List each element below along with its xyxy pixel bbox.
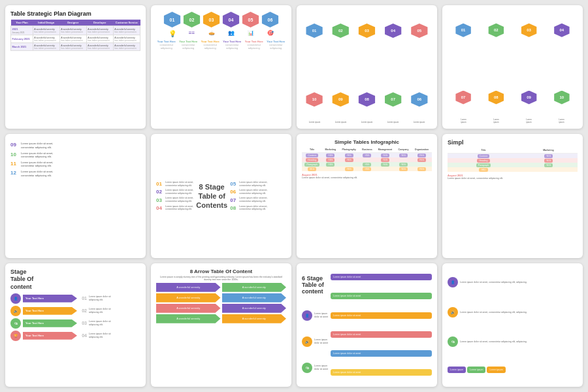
stage-row-8: 08 Lorem ipsum dolor sit amet,consectetu… <box>230 205 267 211</box>
slide7-title: Simple Tables Infographic <box>302 139 432 145</box>
slide-6stage-table: 6 StageTable ofcontent 👤 Lorem ipsumdolo… <box>297 263 437 387</box>
arrow-big-8: A wonderful serenity <box>222 314 287 323</box>
hex3-9: 09 <box>331 92 350 106</box>
stage-row-5: 05 Lorem ipsum dolor sit amet,consectetu… <box>230 181 267 187</box>
hex-labels: Your Text Hereconsectetur adipiscing You… <box>156 40 286 50</box>
arrow-big-2: A wonderful serenity <box>222 283 287 292</box>
hex3-7: 07 <box>384 92 402 106</box>
col-customer: Customer Service <box>113 20 140 26</box>
table-row: SKU YES YES YES YES <box>302 167 432 171</box>
circle-icon-1: 👤 <box>10 293 21 304</box>
table-row: Heading YES <box>448 158 578 163</box>
arrow-4: Your Text Here <box>23 332 77 340</box>
hex3-1: 01 <box>305 24 323 38</box>
table-header: Title Marketing Photography Business Man… <box>302 147 432 153</box>
info-table-partial: Title Marketing Content YES Heading YES … <box>448 148 578 172</box>
slide-8stage-table: 01 Lorem ipsum dolor sit amet,consectetu… <box>151 134 291 257</box>
hex3-4: 04 <box>384 24 402 38</box>
col-developer: Developer <box>86 20 113 26</box>
chip-2: Lorem ipsum dolor sit amet <box>331 293 432 299</box>
slide-simple-partial: Simpl Title Marketing Content YES Headin… <box>442 134 583 257</box>
stage-right: 05 Lorem ipsum dolor sit amet,consectetu… <box>230 181 267 210</box>
arrow-big-1: A wonderful serenity <box>156 283 221 292</box>
stage-center-title: 8 StageTable ofContents <box>195 182 228 210</box>
slide-strategic-plan: Table Strategic Plan Diagram Your Plan I… <box>5 5 146 129</box>
table-subtext: Lorem ipsum dolor sit amet, consectetur … <box>302 176 432 179</box>
slide12-item-3: 🛍 Lorem ipsum dolor sit amet, consectetu… <box>448 336 578 347</box>
slide8-subtext: Lorem ipsum dolor sit amet, consectetur … <box>448 177 578 180</box>
hex4-8: 08 <box>487 91 504 105</box>
chip-4: Lorem ipsum dolor sit amet <box>331 331 432 338</box>
arrow-list: 👤 Your Text Here 01 Lorem ipsum dolor si… <box>10 293 140 343</box>
stage-left: 01 Lorem ipsum dolor sit amet,consectetu… <box>156 181 193 210</box>
circle-icon-4: 🏆 <box>10 331 21 341</box>
hex3-5: 05 <box>410 24 429 38</box>
hex4-7: 07 <box>455 91 472 105</box>
slide12-item-1: 👤 Lorem ipsum dolor sit amet, consectetu… <box>448 277 578 287</box>
stage6-left: 6 StageTable ofcontent 👤 Lorem ipsumdolo… <box>302 269 328 382</box>
stage-row-3: 03 Lorem ipsum dolor sit amet,consectetu… <box>156 197 193 203</box>
slide-hexagon: 01 02 03 04 05 06 💡 ≡≡ 🥧 👥 📊 🎯 Your Text… <box>151 5 291 129</box>
table-row: Content YES YES YES YES YES YES <box>302 153 432 158</box>
plan-table: Your Plan Initial Design Designer Develo… <box>10 20 140 51</box>
stage6-item-3: 🛍 Lorem ipsumdolor sit amet <box>302 363 328 373</box>
arrow-big-7: A wonderful serenity <box>156 314 221 323</box>
hex-3: 03 <box>203 12 221 27</box>
table-row: March 2021 A wonderful serenityhas taken… <box>11 43 140 51</box>
stage-row-2: 02 Lorem ipsum dolor sit amet,consectetu… <box>156 189 193 195</box>
chip-1: Lorem ipsum dolor sit amet <box>331 274 432 280</box>
arrow-big-4: A wonderful serenity <box>222 293 287 302</box>
hex-row-top: 01 02 03 04 05 06 <box>156 12 286 27</box>
arrow-2: Your Text Here <box>23 307 77 315</box>
list-item: 12 Lorem ipsum dolor sit amet,consectetu… <box>10 170 140 176</box>
circle-12-1: 👤 <box>448 277 458 287</box>
circle-12-2: 🔊 <box>448 307 458 318</box>
hex-1: 01 <box>163 12 182 27</box>
arrow-1: Your Text Here <box>23 295 77 302</box>
table-row: Paragraph YES <box>448 163 578 167</box>
slide-stage-arrow-partial: StageTable Ofcontent 👤 Your Text Here 01… <box>5 263 146 387</box>
hex4-4: 04 <box>553 24 570 37</box>
slide-contents-list: 09 Lorem ipsum dolor sit amet,consectetu… <box>5 134 146 257</box>
stage-row-4: 04 Lorem ipsum dolor sit amet,consectetu… <box>156 205 193 211</box>
table-row: Heading YES YES YES YES <box>302 157 432 162</box>
table-row: February 2021 A wonderful serenityhas ta… <box>11 35 140 43</box>
slide12-text-3: Lorem ipsum dolor sit amet, consectetur … <box>460 340 527 343</box>
circle-12-3: 🛍 <box>448 336 458 347</box>
hex-5: 05 <box>242 12 260 27</box>
table-row: SKU <box>448 167 578 172</box>
stage-row-1: 01 Lorem ipsum dolor sit amet,consectetu… <box>156 181 193 187</box>
slide8-title: Simpl <box>448 139 578 146</box>
slide9-title: StageTable Ofcontent <box>10 269 140 291</box>
hex3-2: 02 <box>331 24 350 38</box>
stage6-item-2: 🔊 Lorem ipsumdolor sit amet <box>302 336 328 347</box>
slide-8arrow-table: 8 Arrow Table Of Content Lorem ipsum is … <box>151 263 291 387</box>
hex3-8: 08 <box>357 92 376 106</box>
chip-12-3: Lorem ipsum <box>487 367 505 373</box>
circle-icon-3: 🛍 <box>10 318 21 329</box>
chip-6: Lorem ipsum dolor sit amet <box>331 369 432 376</box>
stage6-circle-2: 🔊 <box>302 336 312 347</box>
circle-icon-2: 🔊 <box>10 306 21 316</box>
arrow-big-6: A wonderful serenity <box>222 304 287 313</box>
slide1-title: Table Strategic Plan Diagram <box>10 10 140 17</box>
hex4-3: 03 <box>521 24 538 37</box>
table-header: Title Marketing <box>448 148 578 154</box>
col-your-plan: Your Plan <box>11 20 33 26</box>
chip-12-1: Lorem ipsum <box>448 367 466 373</box>
stage-row-7: 07 Lorem ipsum dolor sit amet,consectetu… <box>230 197 267 203</box>
stage-row-6: 06 Lorem ipsum dolor sit amet,consectetu… <box>230 189 267 195</box>
slide10-title: 8 Arrow Table Of Content <box>156 269 286 274</box>
arrow-item-4: 🏆 Your Text Here 04 Lorem ipsum dolor si… <box>10 331 140 341</box>
slide10-subtitle: Lorem ipsum is simply dummy text of the … <box>156 276 286 281</box>
slide-partial-last: 👤 Lorem ipsum dolor sit amet, consectetu… <box>442 263 583 387</box>
slide12-item-2: 🔊 Lorem ipsum dolor sit amet, consectetu… <box>448 307 578 318</box>
hex4-1: 01 <box>455 24 472 37</box>
arrow-big-3: A wonderful serenity <box>156 293 221 302</box>
hex3-3: 03 <box>357 24 376 38</box>
slide-hex-large: 01 02 03 04 07 08 09 10 Loremipsum Lorem… <box>442 5 583 129</box>
hex4-2: 02 <box>487 24 504 37</box>
arrow-3: Your Text Here <box>23 319 77 327</box>
table-row: 2021January 2021 A wonderful serenityhas… <box>11 26 140 35</box>
stage6-circle-3: 🛍 <box>302 363 312 373</box>
